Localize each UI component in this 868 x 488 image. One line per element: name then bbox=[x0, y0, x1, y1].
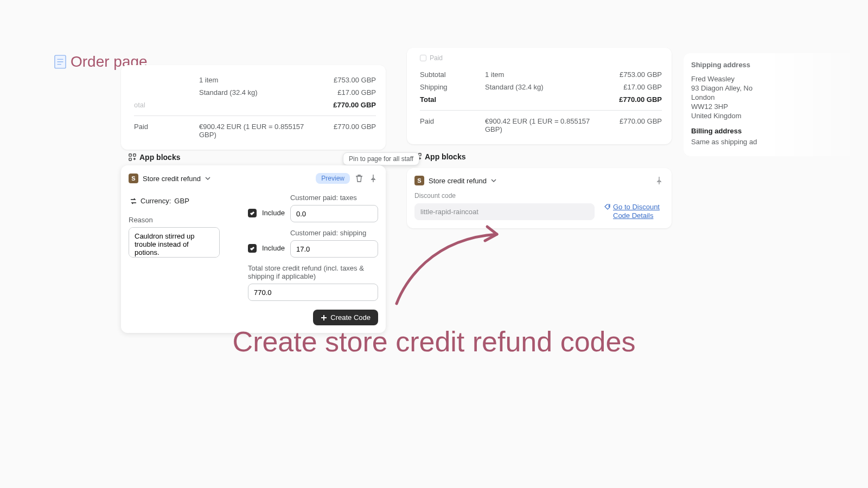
currency-label: Currency: bbox=[141, 197, 171, 205]
items-price: £753.00 GBP bbox=[602, 70, 662, 79]
reason-label: Reason bbox=[129, 216, 237, 224]
shipping-label: Customer paid: shipping bbox=[290, 229, 378, 237]
shipping-name: Fred Weasley bbox=[691, 74, 860, 84]
paid-right: £770.00 GBP bbox=[602, 117, 662, 133]
shipping-postcode: WW12 3HP bbox=[691, 102, 860, 111]
pin-tooltip: Pin to page for all staff bbox=[343, 152, 419, 165]
currency-row: Currency: GBP bbox=[129, 194, 237, 216]
shipping-heading: Shipping address bbox=[691, 61, 860, 69]
document-icon bbox=[54, 55, 66, 69]
shipping-desc: Standard (32.4 kg) bbox=[199, 88, 316, 97]
items-price: £753.00 GBP bbox=[316, 76, 376, 84]
svg-rect-2 bbox=[133, 154, 136, 156]
shipping-price: £17.00 GBP bbox=[602, 83, 662, 91]
app-title: Store credit refund bbox=[429, 177, 487, 185]
total-refund-label: Total store credit refund (incl. taxes &… bbox=[248, 264, 378, 280]
shipping-city: London bbox=[691, 93, 860, 102]
trash-icon[interactable] bbox=[354, 174, 364, 183]
pin-icon[interactable] bbox=[654, 176, 664, 185]
discount-code-label: Discount code bbox=[414, 192, 664, 200]
items-count: 1 item bbox=[199, 76, 316, 84]
shipping-desc: Standard (32.4 kg) bbox=[485, 83, 602, 91]
create-code-button[interactable]: Create Code bbox=[313, 310, 378, 325]
total-price: £770.00 GBP bbox=[316, 101, 376, 109]
hero-caption: Create store credit refund codes bbox=[0, 325, 868, 358]
include-label: Include bbox=[262, 244, 285, 252]
store-credit-refund-card-left: S Store credit refund Preview Currency: … bbox=[121, 165, 386, 333]
discount-link-text: Go to Discount Code Details bbox=[613, 203, 664, 221]
svg-rect-1 bbox=[129, 154, 131, 156]
total-refund-input[interactable] bbox=[248, 284, 378, 301]
items-count: 1 item bbox=[485, 70, 602, 79]
reason-input[interactable] bbox=[129, 227, 220, 258]
subtotal-faded bbox=[134, 76, 199, 84]
blocks-icon bbox=[129, 153, 136, 161]
include-shipping-checkbox[interactable] bbox=[248, 244, 257, 253]
shipping-price: £17.00 GBP bbox=[316, 88, 376, 97]
taxes-input[interactable] bbox=[290, 205, 378, 222]
order-summary-right: Paid Subtotal 1 item £753.00 GBP Shippin… bbox=[407, 48, 672, 144]
paid-right: £770.00 GBP bbox=[316, 123, 376, 139]
taxes-label: Customer paid: taxes bbox=[290, 194, 378, 202]
svg-rect-3 bbox=[129, 158, 131, 160]
shipping-label: Shipping bbox=[420, 83, 485, 91]
chevron-down-icon[interactable] bbox=[491, 178, 496, 183]
paid-label: Paid bbox=[420, 117, 485, 133]
store-credit-refund-card-right: S Store credit refund Discount code litt… bbox=[407, 168, 672, 228]
discount-code-input[interactable]: little-rapid-raincoat bbox=[414, 203, 595, 220]
total-label: Total bbox=[420, 95, 485, 104]
app-badge-icon: S bbox=[414, 176, 424, 185]
discount-details-link[interactable]: Go to Discount Code Details bbox=[604, 203, 664, 221]
billing-heading: Billing address bbox=[691, 127, 860, 135]
app-title: Store credit refund bbox=[143, 175, 201, 183]
app-blocks-text: App blocks bbox=[425, 152, 465, 161]
app-blocks-heading-left: App blocks bbox=[129, 153, 180, 162]
plus-icon bbox=[321, 314, 327, 321]
paid-label: Paid bbox=[134, 123, 199, 139]
arrow-annotation bbox=[388, 222, 513, 309]
paid-status-chip: Paid bbox=[420, 54, 443, 62]
paid-chip-text: Paid bbox=[430, 54, 443, 62]
shipping-country: United Kingdom bbox=[691, 111, 860, 120]
pin-icon[interactable] bbox=[368, 174, 378, 183]
app-blocks-text: App blocks bbox=[139, 153, 180, 162]
billing-text: Same as shipping ad bbox=[691, 137, 860, 146]
subtotal-label: Subtotal bbox=[420, 70, 485, 79]
include-label: Include bbox=[262, 209, 285, 217]
paid-amount: €900.42 EUR (1 EUR = 0.855157 GBP) bbox=[199, 123, 316, 139]
include-taxes-checkbox[interactable] bbox=[248, 209, 257, 217]
total-price: £770.00 GBP bbox=[602, 95, 662, 104]
shipping-input[interactable] bbox=[290, 240, 378, 258]
tag-icon bbox=[604, 204, 611, 210]
currency-exchange-icon bbox=[130, 197, 137, 205]
total-label: otal bbox=[134, 101, 199, 109]
order-summary-left: 1 item £753.00 GBP Standard (32.4 kg) £1… bbox=[121, 65, 386, 150]
paid-amount: €900.42 EUR (1 EUR = 0.855157 GBP) bbox=[485, 117, 602, 133]
check-icon bbox=[420, 55, 426, 61]
preview-badge: Preview bbox=[316, 173, 350, 184]
app-badge-icon: S bbox=[129, 174, 138, 183]
app-blocks-heading-right: App blocks bbox=[414, 152, 465, 161]
create-code-label: Create Code bbox=[330, 313, 371, 322]
shipping-line1: 93 Diagon Alley, No bbox=[691, 84, 860, 93]
shipping-address-card: Shipping address Fred Weasley 93 Diagon … bbox=[684, 53, 868, 156]
chevron-down-icon[interactable] bbox=[205, 176, 210, 181]
currency-value: GBP bbox=[174, 197, 189, 205]
